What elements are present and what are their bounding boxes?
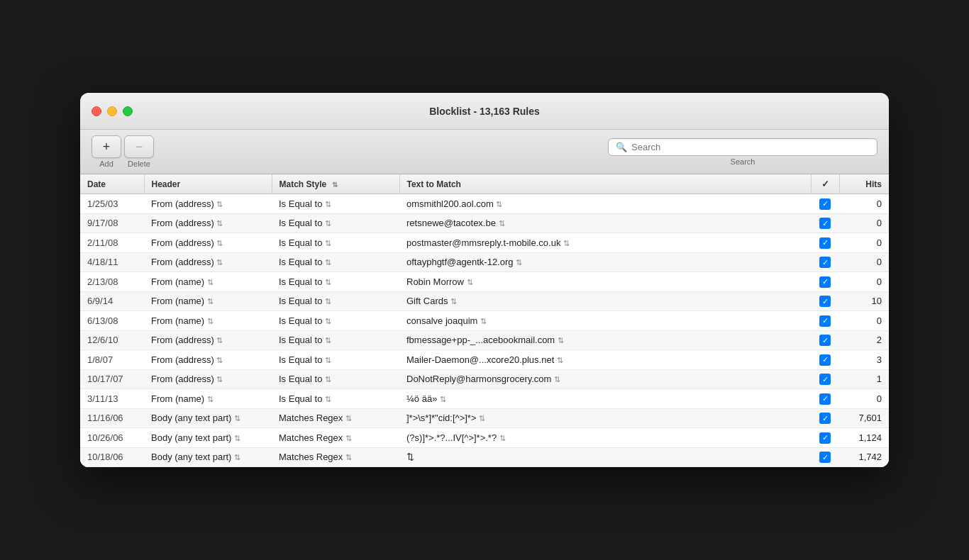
cell-header: From (name) ⇅ <box>144 291 272 311</box>
table-row[interactable]: 2/13/08 From (name) ⇅ Is Equal to ⇅ Robi… <box>80 272 889 292</box>
cell-check[interactable]: ✓ <box>811 428 839 448</box>
stepper-icon: ⇅ <box>207 297 214 306</box>
col-header-header[interactable]: Header <box>144 174 272 194</box>
cell-check[interactable]: ✓ <box>811 272 839 292</box>
delete-icon: − <box>124 135 154 158</box>
checkbox-icon: ✓ <box>819 374 831 385</box>
delete-button[interactable]: − Delete <box>124 135 154 168</box>
checkbox-icon: ✓ <box>819 257 831 268</box>
titlebar: Blocklist - 13,163 Rules <box>80 93 889 130</box>
window-controls <box>92 106 133 116</box>
stepper-icon: ⇅ <box>325 219 331 228</box>
checkbox-icon: ✓ <box>819 393 831 405</box>
cell-match-style: Is Equal to ⇅ <box>272 252 399 272</box>
stepper-icon: ⇅ <box>479 414 485 422</box>
cell-text-to-match: Gift Cards ⇅ <box>399 291 811 311</box>
search-box[interactable]: 🔍 <box>608 138 877 156</box>
cell-check[interactable]: ✓ <box>811 369 839 389</box>
cell-check[interactable]: ✓ <box>811 408 839 428</box>
cell-date: 9/17/08 <box>80 213 144 233</box>
col-header-date[interactable]: Date <box>80 174 144 194</box>
cell-hits: 1 <box>839 369 889 389</box>
table-header-row: Date Header Match Style ⇅ Text to Match … <box>80 174 889 194</box>
cell-date: 12/6/10 <box>80 330 144 350</box>
table-row[interactable]: 10/17/07 From (address) ⇅ Is Equal to ⇅ … <box>80 369 889 389</box>
table-row[interactable]: 11/16/06 Body (any text part) ⇅ Matches … <box>80 408 889 428</box>
cell-date: 4/18/11 <box>80 252 144 272</box>
stepper-icon: ⇅ <box>345 453 352 461</box>
cell-match-style: Is Equal to ⇅ <box>272 213 399 233</box>
table-row[interactable]: 6/9/14 From (name) ⇅ Is Equal to ⇅ Gift … <box>80 291 889 311</box>
cell-match-style: Is Equal to ⇅ <box>272 272 399 292</box>
table-row[interactable]: 6/13/08 From (name) ⇅ Is Equal to ⇅ cons… <box>80 311 889 331</box>
cell-text-to-match: ]*>\s*]*"cid:[^>]*> ⇅ <box>399 408 811 428</box>
cell-match-style: Is Equal to ⇅ <box>272 369 399 389</box>
table-row[interactable]: 10/26/06 Body (any text part) ⇅ Matches … <box>80 428 889 448</box>
cell-date: 10/18/06 <box>80 447 144 467</box>
rules-table: Date Header Match Style ⇅ Text to Match … <box>80 174 889 467</box>
cell-check[interactable]: ✓ <box>811 330 839 350</box>
col-header-check[interactable]: ✓ <box>811 174 839 194</box>
stepper-icon: ⇅ <box>450 297 457 306</box>
toolbar: + Add − Delete 🔍 Search <box>80 130 889 174</box>
cell-text-to-match: retsnewe@tacotex.be ⇅ <box>399 213 811 233</box>
stepper-icon: ⇅ <box>234 434 240 442</box>
table-row[interactable]: 3/11/13 From (name) ⇅ Is Equal to ⇅ ¼ö ä… <box>80 389 889 409</box>
cell-date: 1/25/03 <box>80 194 144 214</box>
cell-match-style: Is Equal to ⇅ <box>272 311 399 331</box>
cell-check[interactable]: ✓ <box>811 194 839 214</box>
minimize-button[interactable] <box>107 106 117 116</box>
table-row[interactable]: 9/17/08 From (address) ⇅ Is Equal to ⇅ r… <box>80 213 889 233</box>
stepper-icon: ⇅ <box>216 219 223 228</box>
cell-header: From (name) ⇅ <box>144 389 272 409</box>
table-row[interactable]: 1/8/07 From (address) ⇅ Is Equal to ⇅ Ma… <box>80 350 889 370</box>
stepper-icon: ⇅ <box>325 258 331 267</box>
add-label: Add <box>99 159 113 168</box>
stepper-icon: ⇅ <box>325 297 331 306</box>
add-button[interactable]: + Add <box>92 135 121 168</box>
stepper-icon: ⇅ <box>216 356 223 364</box>
cell-check[interactable]: ✓ <box>811 311 839 331</box>
checkmark-icon: ✓ <box>821 179 829 189</box>
cell-hits: 1,124 <box>839 428 889 448</box>
add-icon: + <box>92 135 121 158</box>
cell-check[interactable]: ✓ <box>811 350 839 370</box>
table-row[interactable]: 12/6/10 From (address) ⇅ Is Equal to ⇅ f… <box>80 330 889 350</box>
cell-text-to-match: Mailer-Daemon@...xcore20.plus.net ⇅ <box>399 350 811 370</box>
stepper-icon: ⇅ <box>325 395 331 403</box>
col-header-match-style[interactable]: Match Style ⇅ <box>272 174 399 194</box>
table-row[interactable]: 2/11/08 From (address) ⇅ Is Equal to ⇅ p… <box>80 233 889 253</box>
stepper-icon: ⇅ <box>207 317 214 325</box>
stepper-icon: ⇅ <box>207 278 214 286</box>
cell-check[interactable]: ✓ <box>811 447 839 467</box>
cell-header: From (address) ⇅ <box>144 369 272 389</box>
checkbox-icon: ✓ <box>819 432 831 444</box>
cell-header: From (address) ⇅ <box>144 233 272 253</box>
search-input[interactable] <box>631 142 870 152</box>
table-row[interactable]: 1/25/03 From (address) ⇅ Is Equal to ⇅ o… <box>80 194 889 214</box>
cell-date: 10/26/06 <box>80 428 144 448</box>
col-header-text-to-match[interactable]: Text to Match <box>399 174 811 194</box>
stepper-icon: ⇅ <box>345 434 352 442</box>
cell-text-to-match: omsmithl200.aol.com ⇅ <box>399 194 811 214</box>
window-title: Blocklist - 13,163 Rules <box>429 106 540 117</box>
cell-hits: 1,742 <box>839 447 889 467</box>
table-row[interactable]: 10/18/06 Body (any text part) ⇅ Matches … <box>80 447 889 467</box>
cell-check[interactable]: ✓ <box>811 252 839 272</box>
cell-check[interactable]: ✓ <box>811 389 839 409</box>
cell-check[interactable]: ✓ <box>811 213 839 233</box>
table-row[interactable]: 4/18/11 From (address) ⇅ Is Equal to ⇅ o… <box>80 252 889 272</box>
cell-header: From (address) ⇅ <box>144 213 272 233</box>
table-body: 1/25/03 From (address) ⇅ Is Equal to ⇅ o… <box>80 194 889 467</box>
checkbox-icon: ✓ <box>819 218 831 229</box>
stepper-icon: ⇅ <box>554 375 560 383</box>
maximize-button[interactable] <box>123 106 133 116</box>
cell-check[interactable]: ✓ <box>811 233 839 253</box>
cell-match-style: Is Equal to ⇅ <box>272 350 399 370</box>
stepper-icon: ⇅ <box>325 278 331 286</box>
cell-text-to-match: postmaster@mmsreply.t-mobile.co.uk ⇅ <box>399 233 811 253</box>
cell-check[interactable]: ✓ <box>811 291 839 311</box>
close-button[interactable] <box>92 106 101 116</box>
cell-match-style: Matches Regex ⇅ <box>272 408 399 428</box>
col-header-hits[interactable]: Hits <box>839 174 889 194</box>
